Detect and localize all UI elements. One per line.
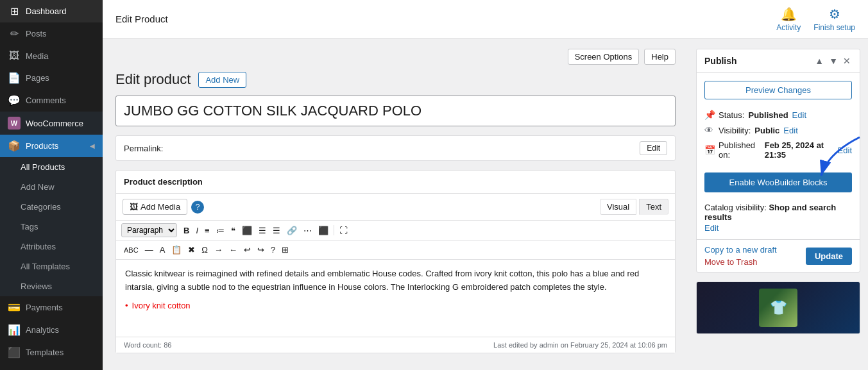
sidebar-item-pages[interactable]: 📄 Pages [0, 67, 103, 89]
page-header-left: Edit product Add New [115, 71, 246, 88]
last-edited: Last edited by admin on February 25, 202… [493, 341, 667, 349]
sidebar-item-woocommerce[interactable]: W WooCommerce [0, 112, 103, 135]
product-title-input[interactable] [115, 96, 676, 126]
collapse-up-button[interactable]: ▲ [813, 55, 825, 67]
activity-label: Activity [776, 23, 801, 32]
visual-tab[interactable]: Visual [600, 199, 636, 215]
sidebar-item-all-products[interactable]: All Products [0, 157, 103, 177]
link-button[interactable]: 🔗 [284, 224, 300, 237]
sidebar-item-label: Payments [26, 303, 63, 312]
italic-button[interactable]: I [193, 224, 201, 237]
bold-button[interactable]: B [181, 224, 192, 237]
sidebar-item-analytics[interactable]: 📊 Analytics [0, 319, 103, 341]
unordered-list-button[interactable]: ≡ [202, 224, 212, 237]
products-icon: 📦 [8, 140, 21, 152]
close-publish-button[interactable]: ✕ [842, 55, 852, 67]
status-value: Published [748, 110, 788, 120]
edit-permalink-button[interactable]: Edit [640, 141, 667, 155]
sidebar-item-add-new[interactable]: Add New [0, 177, 103, 197]
add-media-button[interactable]: 🖼 Add Media [123, 199, 187, 215]
bullet-icon: • [125, 299, 128, 313]
catalog-visibility-edit-link[interactable]: Edit [704, 223, 852, 233]
sidebar-item-reviews[interactable]: Reviews [0, 276, 103, 296]
ordered-list-button[interactable]: ≔ [214, 224, 227, 237]
topbar-title: Edit Product [115, 13, 168, 24]
move-trash-link[interactable]: Move to Trash [704, 257, 777, 267]
preview-changes-button[interactable]: Preview Changes [704, 81, 852, 99]
editor-footer: Word count: 86 Last edited by admin on F… [116, 337, 675, 353]
sidebar-item-payments[interactable]: 💳 Payments [0, 296, 103, 319]
outdent-button[interactable]: ← [226, 243, 240, 256]
permalink-bar: Permalink: Edit [115, 135, 676, 161]
text-color-button[interactable]: A [157, 243, 168, 256]
copy-draft-link[interactable]: Copy to a new draft [704, 245, 777, 255]
published-value: Feb 25, 2024 at 21:35 [765, 140, 834, 160]
align-right-button[interactable]: ☰ [270, 224, 283, 237]
product-image-placeholder: 👕 [770, 299, 787, 316]
editor-format-bar: Paragraph Heading 1 Heading 2 B I ≡ ≔ ❝ … [116, 221, 675, 240]
indent-button[interactable]: → [212, 243, 225, 256]
woobuilder-container: Enable WooBuilder Blocks [697, 172, 860, 192]
sidebar-item-templates[interactable]: ⬛ Templates [0, 341, 103, 364]
page-header: Edit product Add New [115, 71, 676, 88]
topbar: Edit Product 🔔 Activity ⚙ Finish setup [103, 0, 868, 38]
finish-setup-icon: ⚙ [829, 6, 840, 22]
help2-button[interactable]: ? [268, 243, 278, 256]
sidebar-item-products[interactable]: 📦 Products ◀ [0, 135, 103, 157]
clear-formatting-button[interactable]: ✖ [185, 243, 198, 256]
align-left-button[interactable]: ⬛ [239, 224, 255, 237]
align-center-button[interactable]: ☰ [256, 224, 269, 237]
fullscreen-button[interactable]: ⛶ [337, 224, 350, 237]
add-new-label: Add New [21, 182, 55, 192]
strikethrough-button[interactable]: ABC [121, 244, 141, 256]
visibility-value: Public [754, 126, 779, 135]
sidebar-item-media[interactable]: 🖼 Media [0, 45, 103, 67]
help-button[interactable]: Help [644, 49, 676, 65]
special-char-button[interactable]: Ω [199, 243, 210, 256]
sidebar-item-dashboard[interactable]: ⊞ Dashboard [0, 0, 103, 22]
redo-button[interactable]: ↪ [255, 243, 267, 256]
sidebar-item-posts[interactable]: ✏ Posts [0, 22, 103, 45]
blockquote-button[interactable]: ❝ [228, 224, 238, 237]
product-image-inner: 👕 [759, 289, 797, 327]
paragraph-select[interactable]: Paragraph Heading 1 Heading 2 [121, 223, 177, 237]
pages-icon: 📄 [8, 72, 21, 84]
calendar-icon: 📅 [704, 145, 715, 155]
main-area: Edit Product 🔔 Activity ⚙ Finish setup S… [103, 0, 868, 370]
finish-setup-button[interactable]: ⚙ Finish setup [813, 6, 855, 32]
editor-paragraph: Classic knitwear is reimagined with refi… [125, 267, 666, 294]
activity-icon: 🔔 [781, 6, 797, 22]
publish-header-actions: ▲ ▼ ✕ [813, 55, 852, 67]
screen-options-button[interactable]: Screen Options [568, 49, 640, 65]
paste-text-button[interactable]: 📋 [169, 243, 184, 256]
editor-content[interactable]: Classic knitwear is reimagined with refi… [116, 260, 675, 337]
sidebar-item-tags[interactable]: Tags [0, 217, 103, 237]
text-tab[interactable]: Text [639, 199, 668, 215]
status-edit-link[interactable]: Edit [792, 110, 806, 120]
catalog-visibility-label: Catalog visibility: [704, 203, 767, 212]
sidebar-item-comments[interactable]: 💬 Comments [0, 89, 103, 112]
table-button[interactable]: ⊞ [279, 243, 291, 256]
sidebar-item-all-templates[interactable]: All Templates [0, 256, 103, 276]
editor-help-button[interactable]: ? [191, 201, 204, 214]
sidebar-item-attributes[interactable]: Attributes [0, 237, 103, 256]
collapse-down-button[interactable]: ▼ [828, 55, 839, 67]
enable-woobuilder-button[interactable]: Enable WooBuilder Blocks [704, 172, 852, 192]
toolbar-toggle-button[interactable]: ⬛ [316, 224, 331, 237]
visibility-edit-link[interactable]: Edit [783, 126, 797, 135]
published-edit-link[interactable]: Edit [838, 146, 852, 155]
sidebar-item-label: Analytics [26, 325, 59, 335]
sidebar-item-categories[interactable]: Categories [0, 197, 103, 217]
activity-button[interactable]: 🔔 Activity [776, 6, 801, 32]
hr-button[interactable]: — [142, 243, 156, 256]
categories-label: Categories [21, 202, 61, 212]
more-button[interactable]: ⋯ [301, 224, 314, 237]
permalink-label: Permalink: [124, 144, 163, 153]
editor-tabs: Visual Text [600, 199, 668, 215]
publish-meta: 📌 Status: Published Edit 👁 Visibility: P… [697, 105, 860, 170]
all-templates-label: All Templates [21, 262, 70, 271]
undo-button[interactable]: ↩ [241, 243, 253, 256]
finish-setup-label: Finish setup [813, 23, 855, 32]
update-button[interactable]: Update [806, 248, 852, 265]
add-new-button[interactable]: Add New [198, 72, 246, 88]
